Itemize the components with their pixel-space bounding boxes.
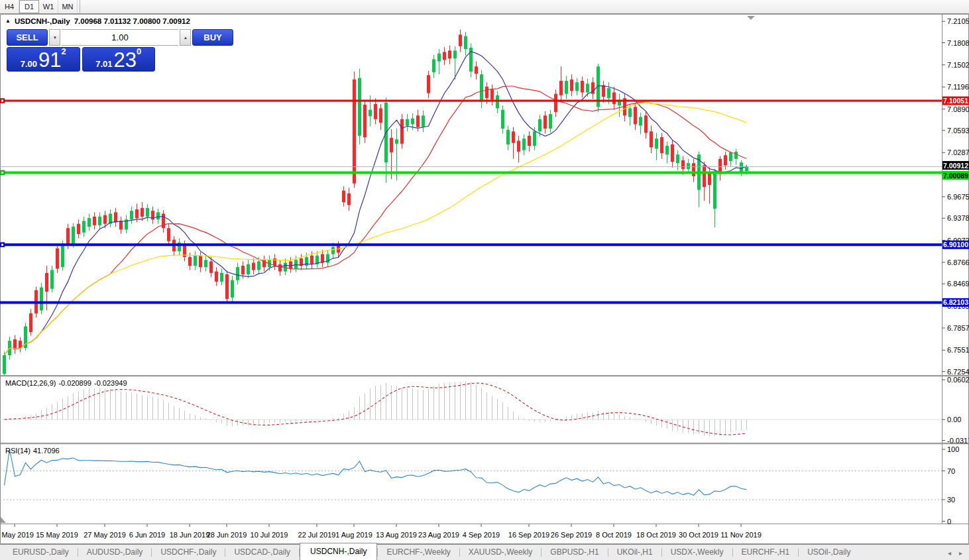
x-axis-date-label: 23 Aug 2019 (418, 531, 459, 539)
chart-tab-gbpusdh1[interactable]: GBPUSD-,H1 (542, 545, 607, 560)
price-badge-label: 7.00912 (943, 162, 968, 170)
buy-price-pips: 23 (114, 50, 137, 70)
candle-body (655, 139, 658, 148)
x-axis-date-label: 3 May 2019 (0, 531, 34, 539)
candle-body (66, 228, 70, 245)
candle-body (310, 256, 314, 264)
volume-input[interactable] (62, 29, 178, 46)
x-axis-date-label: 1 Aug 2019 (335, 531, 372, 539)
y-axis-tick-label: 6.75510 (947, 346, 969, 354)
triangle-down-icon: ▼ (52, 35, 56, 40)
sell-price-pips: 91 (38, 50, 61, 70)
candle-body (681, 160, 685, 169)
candle-body (586, 84, 589, 92)
candle-body (379, 108, 382, 123)
buy-button[interactable]: BUY (192, 29, 233, 46)
candle-body (464, 36, 467, 50)
chart-tab-eurusddaily[interactable]: EURUSD-,Daily (4, 545, 78, 560)
chart-tab-xauusdweekly[interactable]: XAUUSD-,Weekly (460, 545, 541, 560)
candle-body (61, 244, 64, 267)
candle-body (289, 261, 292, 268)
candle-body (236, 267, 239, 280)
x-axis-date-label: 18 Oct 2019 (636, 531, 676, 539)
tab-scroll-right-icon[interactable]: ▸ (959, 549, 962, 557)
y-axis-tick-label: 6.96750 (947, 193, 969, 201)
chart-tab-eurchfweekly[interactable]: EURCHF-,Weekly (378, 545, 459, 560)
chart-tab-usdxweekly[interactable]: USDX-,Weekly (662, 545, 732, 560)
candle-body (650, 131, 653, 147)
candle-body (358, 78, 361, 136)
candle-body (453, 50, 457, 58)
candle-body (422, 115, 425, 127)
candle-body (278, 264, 282, 272)
candle-body (581, 81, 584, 92)
resistance-line-handle-dot (1, 100, 3, 102)
candle-body (87, 218, 91, 227)
candle-body (141, 208, 144, 217)
candle-body (475, 66, 478, 74)
price-badge-label: 7.00089 (943, 172, 968, 180)
candle-body (559, 81, 563, 95)
x-axis-date-label: 10 Jul 2019 (251, 531, 288, 539)
candle-body (687, 163, 690, 169)
candle-body (146, 208, 149, 217)
chart-tab-ukoilh1[interactable]: UKOil-,H1 (608, 545, 661, 560)
tab-scroll-left-icon[interactable]: ◂ (948, 549, 951, 557)
chart-tab-bar: EURUSD-,DailyAUDUSD-,DailyUSDCHF-,DailyU… (0, 544, 969, 560)
candle-body (40, 288, 43, 311)
sell-button[interactable]: SELL (7, 29, 48, 46)
sell-price-display[interactable]: 7.00 91 2 (7, 47, 80, 72)
candle-body (45, 273, 48, 292)
candle-body (734, 152, 738, 159)
x-axis-date-label: 15 May 2019 (36, 531, 78, 539)
candle-body (82, 221, 86, 232)
candle-body (29, 313, 32, 332)
candle-body (692, 163, 695, 176)
y-axis-tick-label: 6.72540 (947, 368, 969, 376)
x-axis-date-label: 30 Oct 2019 (679, 531, 718, 539)
y-axis-tick-label: 7.15020 (947, 61, 969, 69)
candle-body (740, 162, 743, 172)
candle-body (257, 261, 260, 270)
candle-body (729, 152, 732, 161)
chart-tab-eurchfh1[interactable]: EURCHF-,H1 (733, 545, 799, 560)
buy-price-major: 7.01 (95, 58, 112, 70)
rsi-axis-tick-label: 70 (947, 467, 955, 475)
candle-body (570, 80, 573, 91)
candle-body (13, 339, 17, 349)
rsi-axis-tick-label: 30 (947, 496, 955, 504)
buy-price-point: 0 (137, 48, 141, 56)
chart-tab-usdcnhdaily[interactable]: USDCNH-,Daily (300, 543, 377, 560)
volume-increment-button[interactable]: ▲ (180, 29, 191, 46)
candle-body (676, 154, 679, 163)
chart-tab-audusddaily[interactable]: AUDUSD-,Daily (78, 545, 152, 560)
candle-body (708, 173, 711, 184)
candle-body (543, 115, 547, 129)
candle-body (204, 260, 207, 267)
candle-body (554, 94, 557, 112)
candle-body (459, 34, 462, 46)
candle-body (162, 213, 165, 228)
volume-decrement-button[interactable]: ▼ (49, 29, 60, 46)
rsi-axis-tick-label: 0 (947, 518, 951, 526)
collapse-panel-icon[interactable]: ▲ (5, 18, 11, 24)
macd-axis-tick-label: 0.00 (947, 416, 961, 423)
chart-tab-usdcaddaily[interactable]: USDCAD-,Daily (225, 545, 299, 560)
x-axis-date-label: 11 Nov 2019 (720, 531, 762, 539)
candle-body (745, 167, 748, 172)
chart-tab-usdchfdaily[interactable]: USDCHF-,Daily (152, 545, 225, 560)
candle-body (512, 131, 515, 142)
candle-body (549, 114, 552, 129)
chart-tab-usoildaily[interactable]: USOil-,Daily (799, 545, 859, 560)
y-axis-tick-label: 7.11960 (947, 83, 969, 91)
y-axis-tick-label: 6.84690 (947, 280, 969, 288)
candle-body (156, 212, 160, 219)
x-axis-date-label: 27 May 2019 (84, 531, 126, 539)
candle-body (241, 266, 245, 274)
chart-canvas[interactable]: 7.210507.180807.150207.119607.089007.059… (0, 0, 969, 560)
candle-body (347, 194, 351, 205)
y-axis-tick-label: 6.78570 (947, 324, 969, 332)
buy-price-display[interactable]: 7.01 23 0 (82, 47, 156, 72)
candle-body (644, 115, 648, 133)
macd-indicator-label: MACD(12,26,9)-0.020899-0.023949 (5, 379, 130, 387)
